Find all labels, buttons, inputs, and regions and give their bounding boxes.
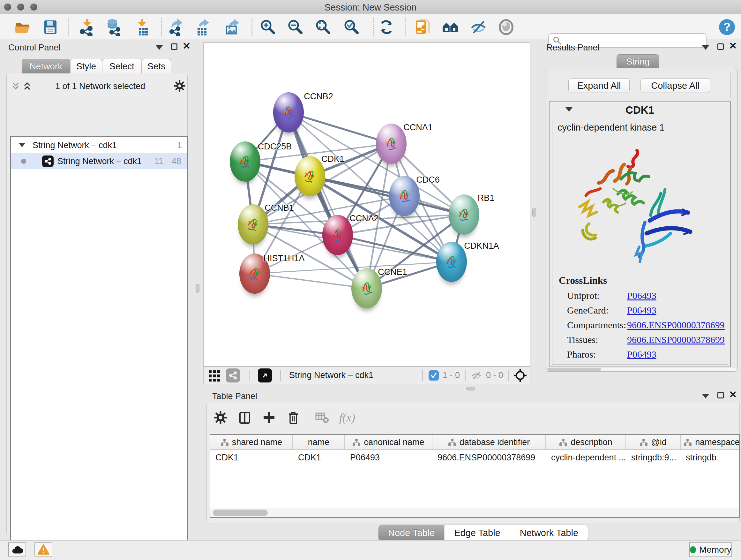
- control-panel-title: Control Panel: [8, 43, 61, 53]
- network-row-selected[interactable]: String Network – cdk1 11 48: [11, 153, 187, 169]
- tab-network[interactable]: Network: [22, 59, 70, 73]
- column-header--id[interactable]: @id: [626, 435, 681, 449]
- grid-view-button[interactable]: [206, 365, 223, 386]
- node-label-RB1: RB1: [478, 193, 495, 203]
- left-splitter-handle[interactable]: [196, 284, 199, 293]
- results-hscrollbar[interactable]: [546, 368, 737, 371]
- node-label-HIST1H1A: HIST1H1A: [263, 253, 305, 263]
- crosslink-link[interactable]: 9606.ENSP00000378699: [627, 334, 725, 345]
- crosslink-link[interactable]: P06493: [627, 290, 657, 301]
- refresh-icon: [378, 18, 395, 36]
- control-panel-collapse-button[interactable]: [156, 45, 163, 50]
- zoom-in-button[interactable]: [258, 17, 278, 37]
- network-node-CCNB2[interactable]: [273, 92, 304, 132]
- column-header-description[interactable]: description: [546, 435, 626, 449]
- network-node-CCNA2[interactable]: [322, 215, 353, 255]
- table-cell[interactable]: stringdb: [681, 450, 740, 465]
- function-builder-button-disabled[interactable]: f(x): [339, 411, 355, 424]
- import-string-network-button[interactable]: [413, 17, 433, 37]
- export-network-button[interactable]: [166, 17, 187, 37]
- delete-column-button[interactable]: [286, 411, 300, 425]
- manage-columns-button[interactable]: [238, 411, 252, 425]
- add-column-button[interactable]: [262, 411, 276, 425]
- zoom-fit-button[interactable]: [313, 17, 333, 37]
- column-header-name[interactable]: name: [293, 435, 345, 449]
- help-button[interactable]: ?: [717, 17, 737, 37]
- cloud-status-button[interactable]: [8, 543, 26, 557]
- crosslink-link[interactable]: P06493: [627, 305, 657, 316]
- crosslink-link[interactable]: 9606.ENSP00000378699: [627, 320, 725, 330]
- network-canvas[interactable]: CCNB2CCNA1CDC25BCDK1CDC6RB1CCNB1CCNA2CDK…: [203, 43, 530, 367]
- export-table-button[interactable]: [193, 17, 213, 37]
- network-view-name: String Network – cdk1: [289, 370, 374, 380]
- collection-expand-icon[interactable]: [19, 143, 25, 147]
- network-node-CDC25B[interactable]: [230, 141, 260, 182]
- center-view-button[interactable]: [514, 369, 527, 382]
- network-node-CDC6[interactable]: [389, 176, 420, 216]
- detach-view-button[interactable]: [258, 368, 272, 382]
- table-panel-close-button[interactable]: ✕: [729, 391, 737, 398]
- hierarchy-icon: [684, 438, 692, 446]
- table-hscrollbar[interactable]: [210, 508, 739, 517]
- network-node-CDK1[interactable]: [294, 156, 325, 196]
- network-node-RB1[interactable]: [449, 194, 479, 235]
- column-header-database-identifier[interactable]: database identifier: [432, 435, 546, 449]
- hide-results-panel-button[interactable]: [468, 17, 488, 37]
- save-floppy-icon: [42, 18, 59, 36]
- open-session-button[interactable]: [12, 17, 32, 37]
- tab-node-table[interactable]: Node Table: [379, 525, 445, 541]
- network-node-CDKN1A[interactable]: [436, 242, 467, 282]
- tab-edge-table[interactable]: Edge Table: [445, 525, 510, 541]
- save-session-button[interactable]: [40, 17, 61, 37]
- results-panel-float-button[interactable]: [718, 44, 724, 50]
- tab-network-table[interactable]: Network Table: [510, 525, 588, 541]
- expand-all-button[interactable]: Expand All: [568, 78, 630, 93]
- results-panel-close-button[interactable]: ✕: [729, 43, 737, 49]
- network-node-CCNA1[interactable]: [376, 124, 407, 164]
- import-table-from-file-button[interactable]: [132, 17, 153, 37]
- warnings-button[interactable]: [35, 543, 52, 557]
- expand-all-networks-button[interactable]: [22, 82, 32, 91]
- network-options-button[interactable]: [174, 80, 186, 92]
- export-image-button[interactable]: [221, 17, 242, 37]
- memory-button[interactable]: Memory: [689, 543, 732, 557]
- delete-table-button-disabled[interactable]: [315, 411, 329, 424]
- table-settings-button[interactable]: [213, 411, 227, 425]
- column-header-namespace[interactable]: namespace: [681, 435, 740, 449]
- zoom-selected-button[interactable]: [341, 17, 362, 37]
- control-panel-float-button[interactable]: [171, 44, 178, 50]
- show-results-panel-button[interactable]: [496, 17, 516, 37]
- collapse-all-networks-button[interactable]: [11, 82, 20, 91]
- collapse-all-button[interactable]: Collapse All: [641, 78, 710, 93]
- tab-sets[interactable]: Sets: [142, 59, 171, 73]
- network-node-CCNE1[interactable]: [351, 268, 382, 308]
- table-cell[interactable]: CDK1: [210, 450, 293, 465]
- crosslink-link[interactable]: P06493: [627, 349, 657, 360]
- table-cell[interactable]: cyclin-dependent ...: [546, 450, 626, 465]
- control-panel-close-button[interactable]: ✕: [183, 43, 191, 49]
- import-network-from-database-button[interactable]: [103, 17, 124, 37]
- results-panel-collapse-button[interactable]: [702, 45, 709, 50]
- table-cell[interactable]: stringdb:9...: [626, 450, 681, 465]
- column-header-shared-name[interactable]: shared name: [210, 435, 293, 449]
- column-header-canonical-name[interactable]: canonical name: [345, 435, 432, 449]
- zoom-out-button[interactable]: [285, 17, 306, 37]
- table-cell[interactable]: P06493: [345, 450, 432, 465]
- import-network-from-file-button[interactable]: [77, 17, 97, 37]
- network-node-CCNB1[interactable]: [238, 204, 268, 245]
- selected-checkbox-icon[interactable]: [428, 370, 439, 381]
- open-folder-icon: [14, 18, 31, 36]
- table-panel-float-button[interactable]: [718, 392, 724, 398]
- table-cell[interactable]: CDK1: [293, 450, 345, 465]
- table-row[interactable]: CDK1CDK1P064939606.ENSP00000378699cyclin…: [210, 450, 739, 465]
- string-home-button[interactable]: [440, 17, 461, 37]
- table-cell[interactable]: 9606.ENSP00000378699: [432, 450, 546, 465]
- tab-style[interactable]: Style: [70, 59, 102, 73]
- network-birdseye-button[interactable]: [226, 368, 240, 382]
- right-splitter-handle[interactable]: [532, 208, 536, 217]
- refresh-network-button[interactable]: [376, 17, 397, 37]
- network-collection-row[interactable]: String Network – cdk1 1: [11, 137, 187, 153]
- table-panel-collapse-button[interactable]: [702, 394, 709, 398]
- tab-string[interactable]: String: [616, 54, 659, 68]
- tab-select[interactable]: Select: [102, 59, 142, 73]
